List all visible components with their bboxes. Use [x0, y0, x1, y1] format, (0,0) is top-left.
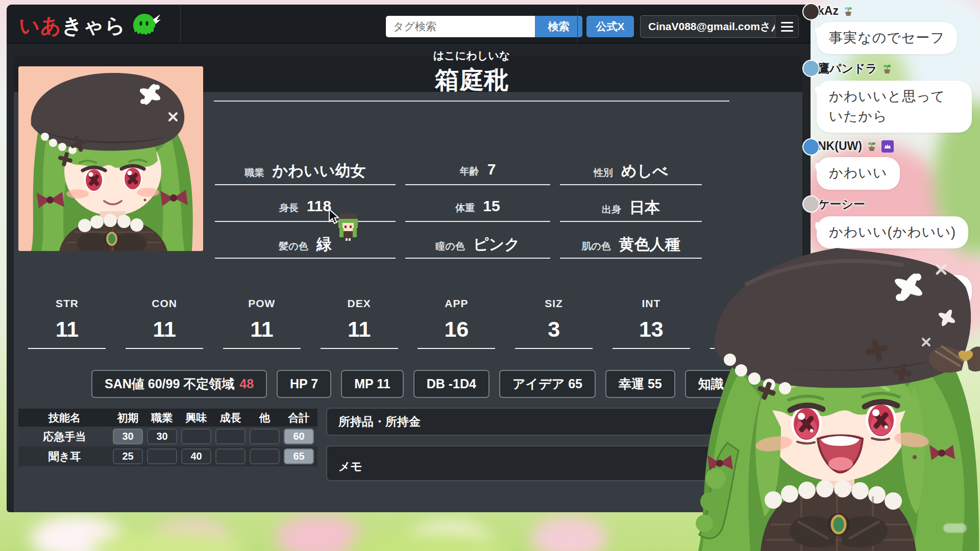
indefinite-insanity-value: 48 [239, 377, 254, 391]
chat-message: 鷹パンドラ かわいいと思っていたから [815, 61, 980, 133]
site-logo[interactable]: いあきゃら [19, 12, 161, 40]
field-weight: 体重15 [405, 197, 550, 218]
site-logo-text: いあきゃら [19, 12, 126, 40]
skill-cell: 30 [147, 429, 177, 444]
skill-cell: 25 [113, 448, 143, 464]
skill-row-listen: 聞き耳 25 40 65 [18, 446, 317, 466]
field-age: 年齢7 [405, 161, 550, 181]
skill-cell [250, 448, 280, 464]
skill-cell [250, 429, 280, 444]
skills-header-row: 技能名 初期 職業 興味 成長 他 合計 [18, 409, 317, 427]
stat-con: CON11 [116, 297, 213, 349]
skill-cell [215, 429, 246, 444]
chat-bubble: 事実なのでセーフ [817, 22, 957, 54]
navbar-divider [180, 5, 181, 43]
garden-grass-blob [347, 531, 510, 551]
official-x-button[interactable]: 公式X [586, 16, 634, 37]
chat-author-name: kAz [818, 4, 839, 18]
watermark [943, 523, 967, 533]
chat-author-name: ケーシー [818, 196, 865, 212]
chat-message: kAz 事実なのでセーフ [815, 4, 980, 54]
field-underline [215, 258, 396, 259]
skill-total-cell: 65 [284, 448, 314, 464]
skills-table: 技能名 初期 職業 興味 成長 他 合計 応急手当 30 30 60 聞き耳 2… [18, 409, 317, 466]
field-origin: 出身日本 [560, 197, 702, 218]
luck-box: 幸運 55 [605, 370, 675, 398]
stat-siz: SIZ3 [505, 297, 603, 349]
hp-box: HP 7 [277, 370, 331, 398]
cursor-icon [328, 209, 340, 227]
chat-avatar [802, 3, 820, 20]
logo-cthulhu-icon [131, 12, 161, 40]
navbar-divider [577, 5, 578, 43]
chat-bubble: かわいい [817, 157, 900, 189]
character-furigana: はこにわしいな [214, 48, 729, 63]
db-box: DB -1D4 [413, 370, 489, 398]
field-gender: 性別めしべ [560, 161, 702, 181]
field-skin-color: 肌の色黄色人種 [560, 234, 702, 255]
stats-row: STR11 CON11 POW11 DEX11 APP16 SIZ3 INT13… [18, 297, 797, 349]
skill-cell: 30 [113, 429, 143, 444]
skill-cell [215, 448, 246, 464]
field-underline [405, 184, 550, 185]
field-underline [405, 258, 550, 259]
field-height: 身長118 [215, 197, 396, 218]
navbar: いあきゃら 検索 公式X CinaV088@gmail.comさん [7, 5, 811, 43]
chat-avatar [802, 195, 820, 213]
vtuber-avatar [684, 239, 980, 551]
skill-cell [147, 448, 177, 464]
character-name: 箱庭秕 [214, 64, 729, 96]
field-hair-color: 髪の色緑 [215, 234, 396, 255]
stat-dex: DEX11 [310, 297, 408, 349]
field-underline [215, 184, 396, 185]
portrait-image [18, 66, 203, 251]
chat-bubble: かわいいと思っていたから [817, 81, 972, 133]
field-occupation: 職業かわいい幼女 [215, 161, 396, 181]
field-underline [215, 221, 396, 222]
chat-author-name: NK(UW) [818, 139, 862, 153]
san-value-box: SAN値 60/99 不定領域48 [91, 370, 267, 398]
chat-avatar [802, 60, 820, 77]
skill-total-cell: 60 [284, 429, 314, 444]
hamburger-menu-button[interactable] [775, 15, 799, 38]
field-underline [560, 258, 702, 259]
search-input[interactable] [386, 16, 535, 37]
field-underline [560, 221, 702, 222]
field-underline [560, 184, 702, 185]
stat-app: APP16 [408, 297, 505, 349]
member-badge-icon [866, 140, 878, 153]
field-underline [405, 221, 550, 222]
stat-str: STR11 [18, 297, 116, 349]
search-button[interactable]: 検索 [535, 16, 582, 37]
mp-box: MP 11 [341, 370, 403, 398]
account-menu-button[interactable]: CinaV088@gmail.comさん [640, 15, 790, 38]
hamburger-icon [781, 22, 793, 23]
skill-row-first-aid: 応急手当 30 30 60 [18, 427, 317, 446]
skill-cell [181, 429, 211, 444]
member-badge-icon [881, 63, 893, 75]
derived-stats-row: SAN値 60/99 不定領域48 HP 7 MP 11 DB -1D4 アイデ… [91, 370, 755, 398]
moderator-badge-icon [881, 140, 894, 153]
skill-cell: 40 [181, 448, 211, 464]
chat-author-name: 鷹パンドラ [818, 61, 877, 77]
garden-flower-blob [531, 516, 607, 551]
idea-box: アイデア 65 [499, 370, 596, 398]
stat-pow: POW11 [213, 297, 311, 349]
name-underline [214, 101, 729, 102]
chat-avatar [802, 138, 820, 156]
member-badge-icon [842, 5, 854, 17]
chat-message: NK(UW) かわいい [815, 139, 980, 189]
field-eye-color: 瞳の色ピンク [405, 234, 550, 255]
